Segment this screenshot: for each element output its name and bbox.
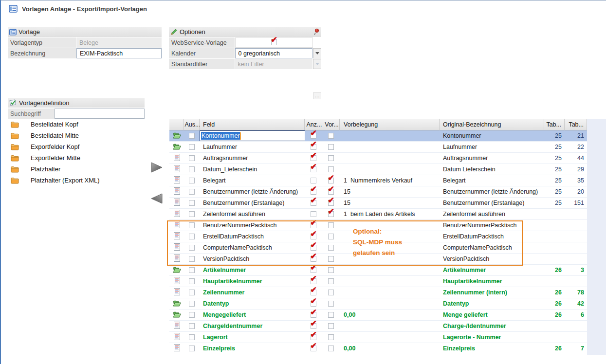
vorbelegung-checkbox[interactable] xyxy=(328,346,334,352)
aus-checkbox[interactable] xyxy=(189,178,195,184)
aus-checkbox[interactable] xyxy=(189,267,195,273)
table-row[interactable]: Zeilenformel ausführen✔1 beim Laden des … xyxy=(169,209,587,220)
table-row[interactable]: Kontonummer✔Kontonummer2521 xyxy=(169,130,587,142)
anzeigen-checkbox[interactable] xyxy=(311,178,317,184)
folder-item[interactable]: Bestelldatei Kopf xyxy=(8,119,107,130)
table-row[interactable]: ComputerNamePacktisch✔ComputerNamePackti… xyxy=(169,242,587,254)
anzeigen-checkbox[interactable]: ✔ xyxy=(311,200,317,206)
vorbelegung-checkbox[interactable] xyxy=(328,267,334,273)
table-row[interactable]: Einzelpreis✔0,00Einzelpreis267 xyxy=(169,343,587,354)
anzeigen-checkbox[interactable]: ✔ xyxy=(311,256,317,262)
anzeigen-checkbox[interactable]: ✔ xyxy=(311,334,317,341)
pin-icon[interactable] xyxy=(313,28,319,37)
inline-edit-input[interactable]: Kontonummer xyxy=(200,130,305,141)
vorbelegung-checkbox[interactable]: ✔ xyxy=(328,200,334,206)
webservice-checkbox[interactable]: ✔ xyxy=(235,37,313,48)
table-row[interactable]: Mengegeliefert✔0,00Menge geliefert266 xyxy=(169,309,587,321)
anzeigen-checkbox[interactable]: ✔ xyxy=(311,267,317,273)
table-row[interactable]: Hauptartikelnummer✔Hauptartikelnummer xyxy=(169,276,587,287)
aus-checkbox[interactable] xyxy=(189,211,195,218)
vorbelegung-checkbox[interactable] xyxy=(328,222,334,229)
anzeigen-checkbox[interactable]: ✔ xyxy=(311,323,317,329)
vorbelegung-checkbox[interactable] xyxy=(328,278,334,285)
anzeigen-checkbox[interactable]: ✔ xyxy=(311,222,317,229)
table-row[interactable]: Lagerort✔Lagerorte - Nummer xyxy=(169,332,587,343)
table-row[interactable]: ErstellDatumPacktisch✔ErstellDatumPackti… xyxy=(169,231,587,242)
vorbelegung-checkbox[interactable] xyxy=(328,144,334,150)
vorbelegung-checkbox[interactable] xyxy=(328,323,334,329)
column-header[interactable]: Feld xyxy=(200,119,305,130)
column-header[interactable]: Tab... xyxy=(565,119,587,130)
aus-checkbox[interactable] xyxy=(189,245,195,251)
kalender-dropdown-button[interactable] xyxy=(313,48,321,58)
table-row[interactable]: Datentyp✔Datentyp2642 xyxy=(169,298,587,309)
vorbelegung-checkbox[interactable] xyxy=(328,256,334,262)
table-row[interactable]: VersionPacktisch✔VersionPacktisch xyxy=(169,254,587,265)
column-header[interactable]: Tab... xyxy=(544,119,565,130)
vorbelegung-checkbox[interactable] xyxy=(328,301,334,307)
vorbelegung-checkbox[interactable] xyxy=(328,312,334,318)
anzeigen-checkbox[interactable] xyxy=(311,211,317,218)
aus-checkbox[interactable] xyxy=(189,312,195,318)
aus-checkbox[interactable] xyxy=(189,234,195,240)
folder-item[interactable]: Platzhalter xyxy=(8,164,107,175)
vorbelegung-checkbox[interactable] xyxy=(328,245,334,251)
column-header[interactable]: Vorbelegung xyxy=(340,119,440,130)
aus-checkbox[interactable] xyxy=(189,290,195,296)
anzeigen-checkbox[interactable]: ✔ xyxy=(311,245,317,251)
vorbelegung-checkbox[interactable] xyxy=(328,133,334,139)
column-header[interactable]: Aus... xyxy=(184,119,200,130)
kalender-select[interactable]: 0 gregorianisch xyxy=(235,48,312,58)
anzeigen-checkbox[interactable]: ✔ xyxy=(311,189,317,195)
anzeigen-checkbox[interactable]: ✔ xyxy=(311,155,317,162)
aus-checkbox[interactable] xyxy=(189,189,195,195)
vorbelegung-checkbox[interactable] xyxy=(328,166,334,173)
aus-checkbox[interactable] xyxy=(189,323,195,329)
table-row[interactable]: BenutzerNummerPacktisch✔BenutzerNummerPa… xyxy=(169,220,587,231)
table-row[interactable]: ChargeIdentnummer✔Charge-/Identnummer xyxy=(169,321,587,332)
table-row[interactable]: Benutzernummer (Erstanlage)✔✔15Benutzern… xyxy=(169,198,587,209)
anzeigen-checkbox[interactable]: ✔ xyxy=(311,346,317,352)
aus-checkbox[interactable] xyxy=(189,144,195,150)
aus-checkbox[interactable] xyxy=(189,256,195,262)
move-right-button[interactable] xyxy=(150,162,164,174)
folder-item[interactable]: Exportfelder Mitte xyxy=(8,152,107,164)
column-header[interactable]: Original-Bezeichnung xyxy=(440,119,544,130)
aus-checkbox[interactable] xyxy=(189,222,195,229)
aus-checkbox[interactable] xyxy=(189,278,195,285)
anzeigen-checkbox[interactable]: ✔ xyxy=(311,166,317,173)
anzeigen-checkbox[interactable]: ✔ xyxy=(311,234,317,240)
vorbelegung-checkbox[interactable] xyxy=(328,290,334,296)
anzeigen-checkbox[interactable]: ✔ xyxy=(311,301,317,307)
vorbelegung-checkbox[interactable] xyxy=(328,234,334,240)
table-row[interactable]: Artikelnummer✔Artikelnummer263 xyxy=(169,265,587,276)
table-row[interactable]: Zeilennummer✔Zeilennummer (intern)2678 xyxy=(169,287,587,298)
aus-checkbox[interactable] xyxy=(189,133,195,139)
vorbelegung-checkbox[interactable]: ✔ xyxy=(328,178,334,184)
vorbelegung-checkbox[interactable] xyxy=(328,334,334,341)
table-row[interactable]: Datum_Lieferschein✔Datum Lieferschein252… xyxy=(169,164,587,175)
aus-checkbox[interactable] xyxy=(189,334,195,341)
table-row[interactable]: Auftragsnummer✔Auftragsnummer2544 xyxy=(169,153,587,164)
anzeigen-checkbox[interactable]: ✔ xyxy=(311,278,317,285)
anzeigen-checkbox[interactable]: ✔ xyxy=(311,290,317,296)
vorbelegung-checkbox[interactable]: ✔ xyxy=(328,211,334,218)
table-row[interactable]: Laufnummer✔Laufnummer2522 xyxy=(169,142,587,153)
column-header[interactable] xyxy=(169,119,184,130)
vorbelegung-checkbox[interactable] xyxy=(328,155,334,162)
folder-item[interactable]: Exportfelder Kopf xyxy=(8,141,107,152)
vorbelegung-checkbox[interactable]: ✔ xyxy=(328,189,334,195)
anzeigen-checkbox[interactable]: ✔ xyxy=(311,312,317,318)
folder-item[interactable]: Platzhalter (Export XML) xyxy=(8,175,107,186)
aus-checkbox[interactable] xyxy=(189,346,195,352)
column-header[interactable]: Vor... xyxy=(322,119,340,130)
move-left-button[interactable] xyxy=(150,193,164,205)
anzeigen-checkbox[interactable]: ✔ xyxy=(311,133,317,139)
anzeigen-checkbox[interactable]: ✔ xyxy=(311,144,317,150)
aus-checkbox[interactable] xyxy=(189,166,195,173)
aus-checkbox[interactable] xyxy=(189,200,195,206)
folder-item[interactable]: Bestelldatei Mitte xyxy=(8,130,107,141)
bezeichnung-input[interactable]: EXIM-Packtisch xyxy=(76,48,162,58)
aus-checkbox[interactable] xyxy=(189,155,195,162)
table-row[interactable]: Belegart✔1 Nummernkreis VerkaufBelegart2… xyxy=(169,175,587,186)
